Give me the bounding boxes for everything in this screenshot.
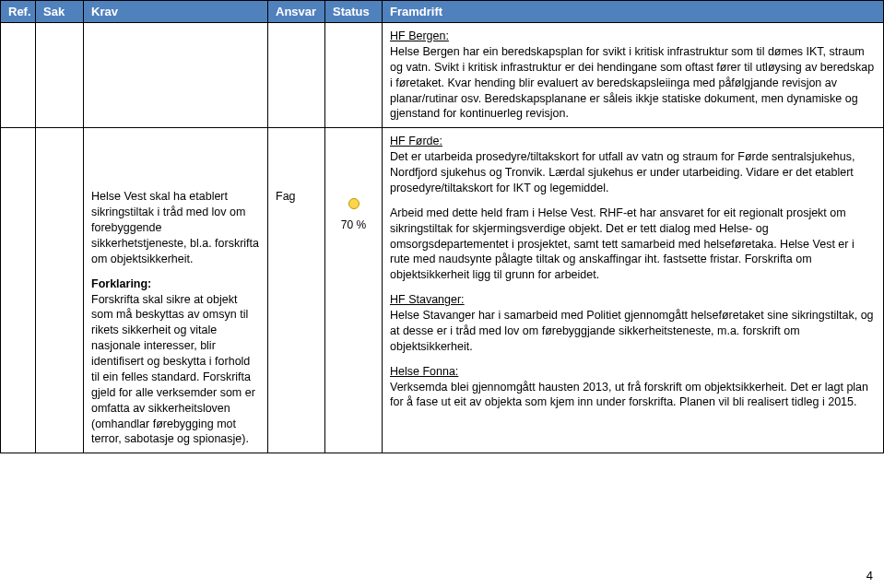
header-krav: Krav xyxy=(84,1,268,23)
cell-ref xyxy=(1,23,36,128)
header-ansvar: Ansvar xyxy=(268,1,325,23)
framdrift-section-text: Verksemda blei gjennomgått hausten 2013,… xyxy=(390,381,868,409)
table-row: HF Bergen: Helse Bergen har ein beredska… xyxy=(1,23,884,128)
status-indicator-icon xyxy=(348,198,359,209)
header-framdrift: Framdrift xyxy=(383,1,884,23)
status-percent: 70 % xyxy=(341,218,366,231)
header-ref: Ref. xyxy=(1,1,36,23)
framdrift-section-title: Helse Fonna: xyxy=(390,365,458,378)
page-number: 4 xyxy=(866,569,873,582)
framdrift-section-title: HF Stavanger: xyxy=(390,293,465,306)
cell-status xyxy=(325,23,383,128)
report-table: Ref. Sak Krav Ansvar Status Framdrift HF… xyxy=(0,0,884,453)
krav-paragraph: Helse Vest skal ha etablert sikringstilt… xyxy=(91,189,260,266)
cell-ansvar xyxy=(268,23,325,128)
cell-framdrift: HF Førde: Det er utarbeida prosedyre/til… xyxy=(383,128,884,453)
cell-sak xyxy=(36,23,84,128)
framdrift-section-text: Helse Bergen har ein beredskapsplan for … xyxy=(390,45,874,121)
table-row: Helse Vest skal ha etablert sikringstilt… xyxy=(1,128,884,453)
framdrift-section-text: Arbeid med dette held fram i Helse Vest.… xyxy=(390,206,876,283)
cell-sak xyxy=(36,128,84,453)
cell-framdrift: HF Bergen: Helse Bergen har ein beredska… xyxy=(383,23,884,128)
ansvar-value: Fag xyxy=(276,190,296,203)
cell-ref xyxy=(1,128,36,453)
cell-ansvar: Fag xyxy=(268,128,325,453)
framdrift-section-text: Helse Stavanger har i samarbeid med Poli… xyxy=(390,309,874,353)
framdrift-section-text: Det er utarbeida prosedyre/tiltakskort f… xyxy=(390,150,855,194)
header-status: Status xyxy=(325,1,383,23)
forklaring-label: Forklaring: xyxy=(91,277,151,290)
cell-status: 70 % xyxy=(325,128,383,453)
header-sak: Sak xyxy=(36,1,84,23)
table-header-row: Ref. Sak Krav Ansvar Status Framdrift xyxy=(1,1,884,23)
framdrift-section-title: HF Førde: xyxy=(390,135,442,147)
cell-krav xyxy=(84,23,268,128)
framdrift-section-title: HF Bergen: xyxy=(390,29,449,42)
krav-paragraph: Forskrifta skal sikre at objekt som må b… xyxy=(91,293,255,446)
cell-krav: Helse Vest skal ha etablert sikringstilt… xyxy=(84,128,268,453)
